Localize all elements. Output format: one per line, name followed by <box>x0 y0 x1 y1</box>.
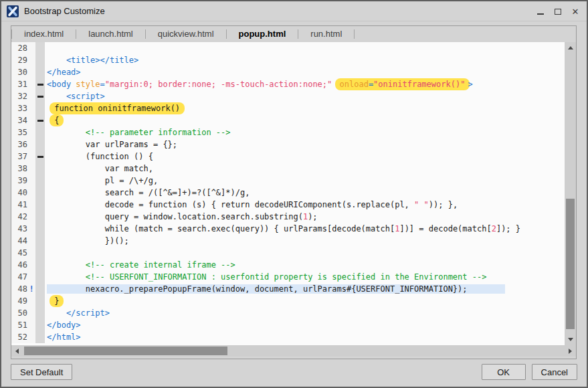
code-segment-attr: style <box>76 80 100 89</box>
tab-launch.html[interactable]: launch.html <box>76 26 144 42</box>
code-segment-tag: = <box>100 80 104 89</box>
code-segment-txt: query = window.location.search.substring… <box>47 212 303 221</box>
line-marker-empty <box>27 331 35 343</box>
line-number: 33 <box>11 102 27 114</box>
code-line[interactable]: <!-- parameter information --> <box>45 126 565 138</box>
scroll-down-button[interactable] <box>565 334 576 345</box>
code-line[interactable]: var urlParams = {}; <box>45 138 565 151</box>
fold-collapse-icon[interactable] <box>37 156 43 158</box>
footer-bar: Set Default OK Cancel <box>11 364 577 380</box>
tab-quickview.html[interactable]: quickview.html <box>146 26 226 42</box>
fold-collapse-icon[interactable] <box>37 120 43 122</box>
code-line[interactable]: <title></title> <box>45 54 565 66</box>
code-segment-txt: { <box>54 116 59 125</box>
code-editor[interactable]: 2829 <title></title>30</head>31<body sty… <box>11 42 576 345</box>
code-line[interactable]: </body> <box>45 319 565 331</box>
nexacro-logo-icon <box>7 5 19 17</box>
code-line-row: 47 <!-- USERFONT_INFORMATION : userfonti… <box>11 271 565 283</box>
scroll-left-icon <box>15 349 19 354</box>
code-line[interactable]: </head> <box>45 66 565 78</box>
code-line-row: 45 <box>11 247 565 259</box>
code-line[interactable]: function oninitframework() <box>45 102 565 114</box>
editor-lines: 2829 <title></title>30</head>31<body sty… <box>11 42 565 345</box>
scroll-up-icon <box>568 46 573 50</box>
tab-run.html[interactable]: run.html <box>298 26 354 42</box>
yellow-highlight: onload="oninitframework()" <box>335 78 470 90</box>
tab-index.html[interactable]: index.html <box>12 26 76 42</box>
line-marker-empty <box>27 66 35 78</box>
code-line[interactable]: search = /([^&=]+)=?([^&]*)/g, <box>45 187 565 199</box>
code-segment-tag: <body <box>47 80 76 89</box>
code-line[interactable]: })(); <box>45 235 565 247</box>
line-marker-empty <box>27 78 35 90</box>
code-line-text: (function () { <box>47 152 153 161</box>
fold-margin <box>35 307 45 319</box>
minimize-icon <box>537 13 544 15</box>
tab-strip: index.htmllaunch.htmlquickview.htmlpopup… <box>11 26 576 42</box>
code-line[interactable]: decode = function (s) { return decodeURI… <box>45 199 565 211</box>
horizontal-scrollbar-thumb[interactable] <box>24 347 227 355</box>
code-line[interactable]: { <box>45 114 565 126</box>
horizontal-scrollbar[interactable] <box>11 345 576 357</box>
line-number: 39 <box>11 175 27 187</box>
code-line[interactable] <box>45 42 565 54</box>
fold-collapse-icon[interactable] <box>37 96 43 98</box>
code-line[interactable]: </script> <box>45 307 565 319</box>
code-segment-txt: ); <box>308 212 317 221</box>
code-line[interactable]: pl = /\+/g, <box>45 175 565 187</box>
line-number: 50 <box>11 307 27 319</box>
code-line[interactable]: </html> <box>45 331 565 343</box>
code-line[interactable] <box>45 247 565 259</box>
vertical-scrollbar-thumb[interactable] <box>566 199 575 329</box>
line-number: 45 <box>11 247 27 259</box>
code-line-row: 28 <box>11 42 565 54</box>
code-line[interactable]: nexacro._preparePopupFrame(window, docum… <box>45 283 565 295</box>
line-number: 43 <box>11 223 27 235</box>
code-line-text: decode = function (s) { return decodeURI… <box>47 200 458 209</box>
code-line-text: { <box>47 116 62 125</box>
scroll-up-button[interactable] <box>565 42 576 54</box>
line-marker-empty <box>27 187 35 199</box>
title-bar: Bootstrap Customize ✕ <box>1 1 587 21</box>
code-line[interactable]: var match, <box>45 163 565 175</box>
code-line-text: pl = /\+/g, <box>47 176 158 185</box>
line-number: 44 <box>11 235 27 247</box>
set-default-button[interactable]: Set Default <box>11 364 72 380</box>
code-line-text: var urlParams = {}; <box>47 140 177 149</box>
line-number: 41 <box>11 199 27 211</box>
line-number: 31 <box>11 78 27 90</box>
fold-margin <box>35 90 45 102</box>
code-line-text: function oninitframework() <box>47 104 183 113</box>
maximize-button[interactable] <box>549 1 567 21</box>
line-number: 35 <box>11 126 27 138</box>
fold-margin <box>35 42 45 54</box>
line-number: 46 <box>11 259 27 271</box>
code-line-row: 34 { <box>11 114 565 126</box>
fold-margin <box>35 54 45 66</box>
ok-button[interactable]: OK <box>482 364 526 380</box>
code-line[interactable]: } <box>45 295 565 307</box>
scroll-left-button[interactable] <box>11 345 23 357</box>
line-number: 52 <box>11 331 27 343</box>
code-line[interactable]: <!-- USERFONT_INFORMATION : userfontid p… <box>45 271 565 283</box>
code-line[interactable]: query = window.location.search.substring… <box>45 211 565 223</box>
code-line[interactable]: while (match = search.exec(query)) { url… <box>45 223 565 235</box>
line-marker-empty <box>27 163 35 175</box>
code-line-text: <!-- parameter information --> <box>47 128 231 137</box>
code-line[interactable]: <script> <box>45 90 565 102</box>
code-segment-txt: ]); } <box>496 224 520 233</box>
code-line[interactable]: <body style="margin:0; border:none; -ms-… <box>45 78 565 90</box>
code-line-text: </body> <box>47 320 81 330</box>
vertical-scrollbar[interactable] <box>565 42 576 345</box>
fold-collapse-icon[interactable] <box>37 84 43 86</box>
cancel-button[interactable]: Cancel <box>532 364 577 380</box>
close-button[interactable]: ✕ <box>567 1 584 21</box>
minimize-button[interactable] <box>532 1 549 21</box>
line-number: 47 <box>11 271 27 283</box>
code-line[interactable]: (function () { <box>45 151 565 163</box>
fold-margin <box>35 295 45 307</box>
tab-popup.html[interactable]: popup.html <box>227 26 298 42</box>
code-line[interactable]: <!-- create internal iframe --> <box>45 259 565 271</box>
fold-margin <box>35 187 45 199</box>
scroll-right-button[interactable] <box>565 345 576 357</box>
